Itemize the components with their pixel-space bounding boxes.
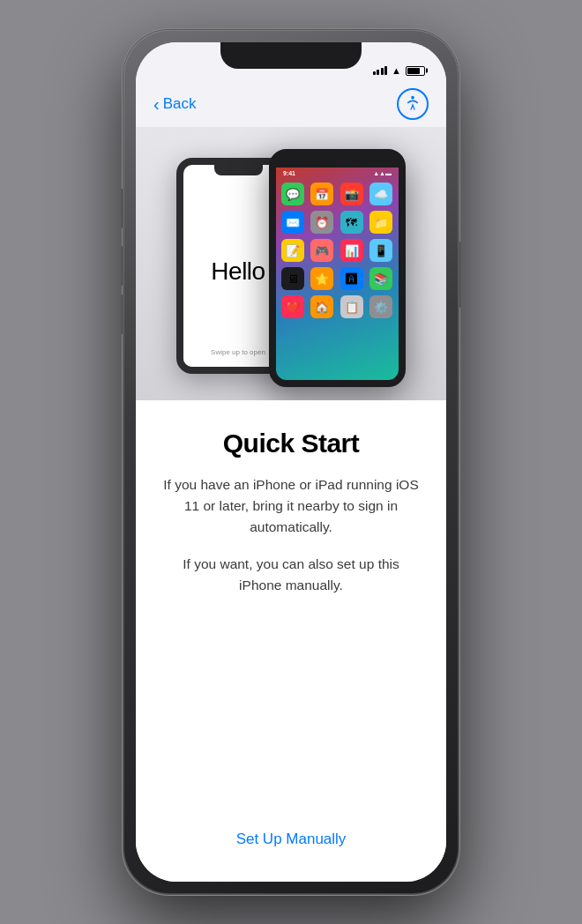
content-area: Quick Start If you have an iPhone or iPa… — [136, 400, 446, 882]
app-icon: 💬 — [281, 183, 304, 205]
app-icon: 📁 — [369, 211, 392, 234]
setup-manually-button[interactable]: Set Up Manually — [219, 822, 364, 857]
back-label: Back — [163, 95, 197, 113]
accessibility-icon — [403, 94, 422, 114]
home-status-bar: 9:41 ▲▲▬ — [276, 168, 399, 179]
app-icon: 🗺 — [340, 211, 363, 234]
app-icon: 📝 — [281, 239, 304, 262]
hello-text: Hello — [211, 257, 265, 286]
wifi-icon: ▲ — [392, 65, 401, 76]
app-icon: 📸 — [340, 183, 363, 205]
app-icon: 📊 — [340, 239, 363, 262]
app-icon: 📋 — [340, 295, 363, 318]
phone-notch — [220, 42, 362, 69]
app-icon: ⏰ — [310, 211, 333, 234]
svg-point-0 — [411, 96, 414, 100]
home-phone-screen: 9:41 ▲▲▬ 💬📅📸☁️✉️⏰🗺📁📝🎮📊📱🖥⭐🅰📚❤️🏠📋⚙️ — [276, 168, 399, 380]
home-time: 9:41 — [283, 170, 295, 176]
app-icon: 🖥 — [281, 267, 304, 290]
app-icon: 🏠 — [310, 295, 333, 318]
app-icon: 🅰 — [340, 267, 363, 290]
app-icon: ❤️ — [281, 295, 304, 318]
signal-icon — [373, 66, 388, 75]
accessibility-button[interactable] — [397, 88, 429, 120]
app-grid: 💬📅📸☁️✉️⏰🗺📁📝🎮📊📱🖥⭐🅰📚❤️🏠📋⚙️ — [276, 179, 399, 322]
description-1: If you have an iPhone or iPad running iO… — [160, 474, 422, 538]
hero-area: Hello Swipe up to open 9:41 ▲▲▬ 💬📅📸☁️✉️⏰… — [136, 127, 446, 400]
app-icon: 📚 — [369, 267, 392, 290]
app-icon: ⭐ — [310, 267, 333, 290]
app-icon: 📱 — [369, 239, 392, 262]
app-icon: 🎮 — [310, 239, 333, 262]
page-title: Quick Start — [223, 428, 360, 458]
app-icon: 📅 — [310, 183, 333, 205]
home-phone-notch — [311, 156, 364, 168]
app-icon: ⚙️ — [369, 295, 392, 318]
description-2: If you want, you can also set up this iP… — [160, 554, 422, 596]
back-chevron-icon: ‹ — [153, 95, 160, 113]
nav-bar: ‹ Back — [136, 81, 446, 127]
battery-icon — [406, 66, 425, 76]
back-button[interactable]: ‹ Back — [153, 95, 196, 113]
phone-screen: 9:41 ▲ ‹ Back — [136, 42, 446, 882]
app-icon: ✉️ — [281, 211, 304, 234]
status-icons: ▲ — [373, 65, 425, 76]
hello-phone-notch — [214, 165, 263, 175]
phones-illustration: Hello Swipe up to open 9:41 ▲▲▬ 💬📅📸☁️✉️⏰… — [176, 140, 406, 387]
home-phone-illustration: 9:41 ▲▲▬ 💬📅📸☁️✉️⏰🗺📁📝🎮📊📱🖥⭐🅰📚❤️🏠📋⚙️ — [269, 149, 406, 387]
app-icon: ☁️ — [369, 183, 392, 205]
home-status-icons: ▲▲▬ — [373, 170, 392, 176]
phone-frame: 9:41 ▲ ‹ Back — [123, 30, 459, 894]
